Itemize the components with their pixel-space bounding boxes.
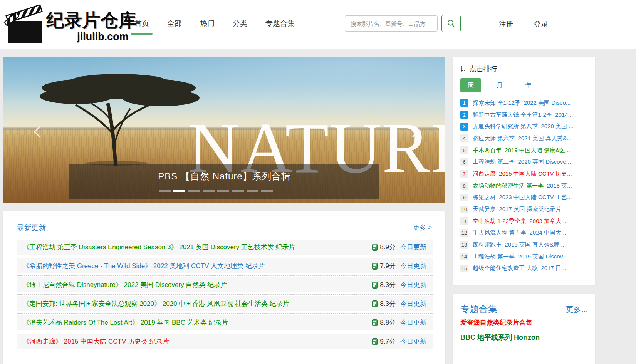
latest-row-rating: 8.9分	[380, 243, 396, 252]
ranking-tab[interactable]: 周	[460, 78, 481, 92]
latest-row[interactable]: 《河西走廊》 2015 中国大陆 CCTV 历史类 纪录片 9.7分 今日更新	[17, 334, 433, 349]
latest-updates-title: 最新更新	[17, 223, 46, 233]
nav-item[interactable]: 专题合集	[265, 15, 295, 35]
topics-more-link[interactable]: 更多...	[566, 304, 588, 315]
latest-row[interactable]: 《工程浩劫 第三季 Disasters Engineered Season 3》…	[17, 240, 433, 255]
carousel-dot[interactable]	[217, 190, 229, 192]
ranking-item-number: 6	[460, 158, 468, 166]
carousel-dot[interactable]	[159, 190, 171, 192]
ranking-header: 点击排行	[460, 64, 497, 74]
ranking-item-text: 栋梁之材 2023 中国大陆 CCTV 工艺...	[473, 194, 572, 201]
latest-row[interactable]: 《定国安邦: 世界各国国家安全法总观察 2020》 2020 中国香港 凤凰卫视…	[17, 296, 433, 311]
ranking-item-text: 空中浩劫 1-22季全集 2003 加拿大 ...	[473, 218, 568, 225]
logo-title: 纪录片仓库	[46, 8, 137, 32]
latest-row[interactable]: 《希腊的野性之美 Greece - The Wild Side》 2022 奥地…	[17, 258, 433, 273]
latest-more-link[interactable]: 更多 >	[413, 223, 432, 232]
topic-collections-panel: 专题合集 更多... 爱登堡自然类纪录片合集BBC 地平线系列 Horizon	[453, 294, 595, 364]
latest-rows: 《工程浩劫 第三季 Disasters Engineered Season 3》…	[17, 240, 433, 353]
ranking-item-text: 农场动物的秘密生活 第一季 2018 英...	[473, 182, 572, 190]
ranking-tab[interactable]: 月	[489, 78, 510, 92]
latest-row[interactable]: 《消失艺术品 Raiders Of The Lost Art》 2019 英国 …	[17, 315, 433, 330]
ranking-list: 1 探索未知 全1-12季 2022 美国 Disco... 2 翻新中古车赚大…	[460, 97, 590, 274]
login-link[interactable]: 登录	[534, 19, 548, 29]
douban-rating-icon	[372, 338, 378, 345]
ranking-item-text: 河西走廊 2015 中国大陆 CCTV 历史...	[473, 170, 572, 178]
ranking-item[interactable]: 7 河西走廊 2015 中国大陆 CCTV 历史...	[460, 168, 590, 180]
ranking-item-text: 工程浩劫 第二季 2020 英国 Discove...	[473, 158, 571, 166]
latest-updates-panel: 最新更新 更多 > 《工程浩劫 第三季 Disasters Engineered…	[3, 211, 445, 364]
ranking-item[interactable]: 3 无厘头科学研究所 第八季 2020 美国 ...	[460, 121, 590, 133]
ranking-item[interactable]: 14 工程浩劫 第一季 2019 英国 Discov...	[460, 251, 590, 263]
douban-rating-icon	[372, 263, 378, 270]
latest-row-update: 今日更新	[400, 337, 426, 346]
ranking-item[interactable]: 12 千古风流人物 第五季 2024 中国大...	[460, 227, 590, 239]
clapperboard-icon	[3, 5, 46, 45]
ranking-item-text: 超级全能住宅改造王 大改 2017 日...	[473, 265, 566, 272]
acacia-tree-silhouette	[26, 65, 211, 166]
latest-row-title: 《工程浩劫 第三季 Disasters Engineered Season 3》…	[23, 243, 295, 252]
ranking-item[interactable]: 10 天赋异禀 2017 英国 探索类纪录片	[460, 203, 590, 215]
ranking-item[interactable]: 4 挤痘大师 第六季 2021 美国 真人秀&...	[460, 133, 590, 144]
search-input[interactable]	[345, 15, 438, 32]
latest-row-update: 今日更新	[400, 299, 426, 308]
latest-row-title: 《迪士尼自然合辑 Disneynature》 2022 美国 Discovery…	[23, 280, 227, 289]
latest-row-title: 《定国安邦: 世界各国国家安全法总观察 2020》 2020 中国香港 凤凰卫视…	[23, 299, 289, 308]
nav-item[interactable]: 分类	[233, 15, 247, 35]
ranking-item[interactable]: 1 探索未知 全1-12季 2022 美国 Disco...	[460, 97, 590, 109]
ranking-title: 点击排行	[470, 64, 497, 74]
ranking-item[interactable]: 9 栋梁之材 2023 中国大陆 CCTV 工艺...	[460, 192, 590, 204]
ranking-item-number: 4	[460, 134, 468, 142]
topics-title: 专题合集	[460, 303, 497, 315]
latest-row-title: 《河西走廊》 2015 中国大陆 CCTV 历史类 纪录片	[23, 337, 169, 346]
topics-list: 爱登堡自然类纪录片合集BBC 地平线系列 Horizon	[460, 318, 587, 348]
carousel-dot[interactable]	[247, 190, 258, 192]
ranking-item[interactable]: 5 手术两百年 2019 中国大陆 健康&医...	[460, 144, 590, 156]
carousel-dot[interactable]	[188, 190, 200, 192]
ranking-item-number: 8	[460, 182, 468, 190]
latest-row[interactable]: 《迪士尼自然合辑 Disneynature》 2022 美国 Discovery…	[17, 277, 433, 292]
latest-row-meta: 9.7分 今日更新	[372, 337, 426, 346]
ranking-item-number: 5	[460, 146, 468, 154]
ranking-item-number: 12	[460, 229, 468, 237]
chevron-left-icon	[34, 126, 45, 137]
latest-row-meta: 8.3分 今日更新	[372, 299, 426, 308]
ranking-item-number: 13	[460, 241, 468, 249]
register-link[interactable]: 注册	[499, 19, 513, 29]
ranking-item-text: 千古风流人物 第五季 2024 中国大...	[473, 229, 566, 237]
ranking-item-number: 3	[460, 123, 468, 131]
ranking-item[interactable]: 2 翻新中古车赚大钱 全季第1-2季 2014...	[460, 109, 590, 121]
latest-row-title: 《希腊的野性之美 Greece - The Wild Side》 2022 奥地…	[23, 262, 265, 270]
carousel-dot[interactable]	[203, 190, 215, 192]
ranking-item[interactable]: 11 空中浩劫 1-22季全集 2003 加拿大 ...	[460, 215, 590, 227]
main-nav: 首页 全部 热门 分类 专题合集	[134, 15, 295, 35]
carousel-next-button[interactable]	[404, 123, 421, 140]
douban-rating-icon	[372, 300, 378, 307]
nav-item[interactable]: 全部	[167, 15, 182, 35]
site-logo[interactable]: 纪录片仓库 jilulib.com	[3, 3, 130, 45]
nav-item[interactable]: 热门	[200, 15, 215, 35]
carousel-dot[interactable]	[261, 190, 273, 192]
carousel-dot[interactable]	[232, 190, 244, 192]
topic-item[interactable]: 爱登堡自然类纪录片合集	[460, 318, 587, 327]
latest-row-meta: 8.8分 今日更新	[372, 318, 426, 327]
ranking-item-number: 7	[460, 170, 468, 178]
carousel-dot[interactable]	[173, 190, 185, 192]
ranking-item[interactable]: 6 工程浩劫 第二季 2020 英国 Discove...	[460, 156, 590, 168]
douban-rating-icon	[372, 282, 378, 289]
ranking-item[interactable]: 15 超级全能住宅改造王 大改 2017 日...	[460, 263, 590, 275]
ranking-item-number: 1	[460, 99, 468, 107]
topic-item[interactable]: BBC 地平线系列 Horizon	[460, 333, 587, 342]
nav-active-underline	[131, 33, 153, 35]
latest-row-meta: 7.9分 今日更新	[372, 262, 426, 270]
ranking-item[interactable]: 8 农场动物的秘密生活 第一季 2018 英...	[460, 180, 590, 192]
ranking-item-text: 天赋异禀 2017 英国 探索类纪录片	[473, 206, 561, 213]
latest-row-meta: 8.9分 今日更新	[372, 243, 426, 252]
carousel-prev-button[interactable]	[31, 123, 48, 140]
nav-item-label: 分类	[233, 19, 247, 27]
ranking-item-text: 无厘头科学研究所 第八季 2020 美国 ...	[473, 123, 574, 130]
search-button[interactable]	[441, 15, 461, 32]
ranking-item[interactable]: 13 废料超跑王 2019 英国 真人秀&舞...	[460, 239, 590, 251]
ranking-item-number: 11	[460, 217, 468, 225]
nav-item[interactable]: 首页	[134, 15, 149, 35]
ranking-tab[interactable]: 年	[518, 78, 539, 92]
